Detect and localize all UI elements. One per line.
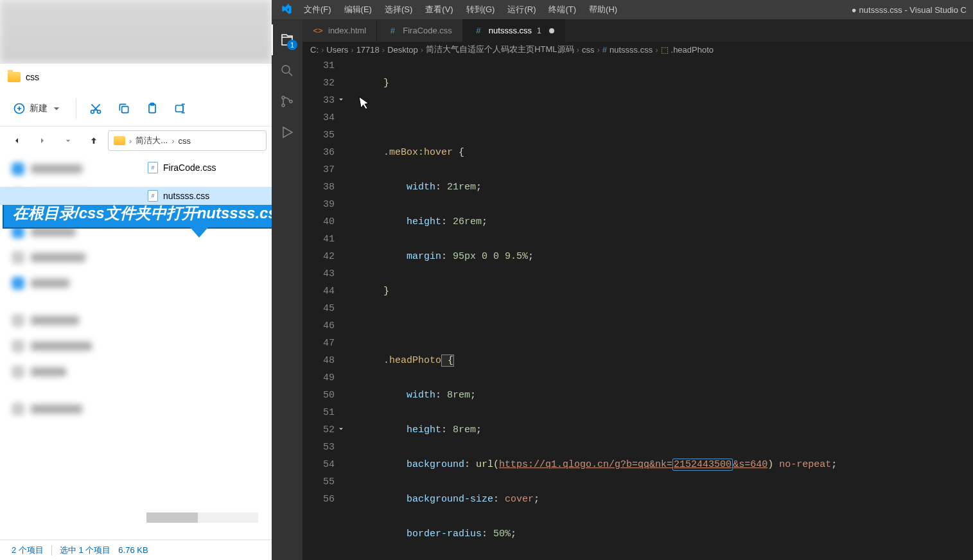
activity-scm[interactable] [272,86,302,117]
tab-nutssss-css[interactable]: # nutssss.css 1 [463,19,565,42]
explorer-titlebar: css [0,64,272,91]
css-file-icon [148,162,158,173]
explorer-nav: › 简洁大... › css [0,127,272,155]
file-name: nutssss.css [163,191,209,201]
tab-index-html[interactable]: <> index.html [302,19,377,42]
new-button-label: 新建 [30,103,48,114]
activity-bar: 1 [272,19,302,560]
back-button[interactable] [5,129,28,152]
svg-point-2 [98,110,101,113]
explorer-title: css [26,72,39,82]
tab-badge: 1 [537,26,541,35]
forward-button[interactable] [31,129,54,152]
modified-dot-icon [549,28,554,33]
vscode-window: 文件(F) 编辑(E) 选择(S) 查看(V) 转到(G) 运行(R) 终端(T… [272,0,973,560]
breadcrumb-item[interactable]: css [179,136,191,146]
tab-label: index.html [328,26,366,35]
menu-run[interactable]: 运行(R) [501,0,542,19]
menu-file[interactable]: 文件(F) [297,0,338,19]
paste-button[interactable] [138,98,166,119]
css-file-icon: # [602,45,607,55]
svg-rect-3 [122,106,128,112]
menu-goto[interactable]: 转到(G) [460,0,502,19]
selection-count: 选中 1 个项目 [60,545,110,556]
address-bar[interactable]: › 简洁大... › css [108,130,267,151]
menu-help[interactable]: 帮助(H) [583,0,624,19]
file-name: FiraCode.css [163,162,216,173]
selection-size: 6.76 KB [118,545,148,555]
svg-point-8 [282,96,285,99]
svg-point-9 [282,104,285,107]
up-button[interactable] [82,129,105,152]
editor-area: <> index.html # FiraCode.css # nutssss.c… [302,19,973,560]
activity-search[interactable] [272,55,302,86]
rename-button[interactable] [166,98,195,119]
recent-dropdown[interactable] [57,129,80,152]
vscode-logo-icon [281,4,292,15]
copy-button[interactable] [110,98,138,119]
css-file-icon [148,190,158,202]
breadcrumb-item[interactable]: .headPhoto [671,45,714,55]
activity-explorer[interactable]: 1 [272,24,302,55]
badge: 1 [287,40,297,50]
breadcrumb-item[interactable]: C: [310,45,319,55]
status-bar: 2 个项目 选中 1 个项目 6.76 KB [0,539,272,560]
explorer-toolbar: 新建 [0,91,272,127]
editor-tabs: <> index.html # FiraCode.css # nutssss.c… [302,19,973,42]
new-button[interactable]: 新建 [5,98,71,119]
breadcrumb-item[interactable]: 17718 [356,45,380,55]
breadcrumb-item[interactable]: 简洁大... [136,135,168,146]
breadcrumb-item[interactable]: Desktop [387,45,418,55]
cut-button[interactable] [82,98,110,119]
code-editor[interactable]: 31 32 33 34 35 36 37 38 39 40 41 42 43 4… [302,57,973,560]
chevron-icon: › [129,136,132,146]
separator [51,545,52,556]
svg-rect-6 [176,105,184,112]
horizontal-scrollbar[interactable] [146,512,258,523]
file-list: FiraCode.css nutssss.css [0,155,272,209]
menu-view[interactable]: 查看(V) [419,0,459,19]
menu-terminal[interactable]: 终端(T) [542,0,583,19]
css-selector-icon: ⬚ [661,45,669,55]
tab-firacode-css[interactable]: # FiraCode.css [377,19,463,42]
tab-label: FiraCode.css [403,26,452,35]
tab-label: nutssss.css [489,26,532,35]
code-content[interactable]: } .meBox:hover { width: 21rem; height: 2… [347,57,973,560]
html-file-icon: <> [313,26,323,36]
file-row[interactable]: FiraCode.css [0,159,272,177]
file-explorer-window: css 新建 › 简洁大... › css [0,63,272,560]
menu-edit[interactable]: 编辑(E) [338,0,378,19]
breadcrumb-item[interactable]: 简洁大气自适应个人码农主页HTML源码 [426,44,574,55]
svg-point-1 [91,110,94,113]
css-file-icon: # [473,26,484,36]
separator [76,98,76,119]
menu-select[interactable]: 选择(S) [378,0,419,19]
activity-debug[interactable] [272,117,302,148]
window-title: ●nutssss.css - Visual Studio C [624,5,973,15]
qq-number-highlight: 2152443500 [672,459,733,471]
breadcrumb-item[interactable]: css [582,45,595,55]
item-count: 2 个项目 [12,545,44,556]
titlebar: 文件(F) 编辑(E) 选择(S) 查看(V) 转到(G) 运行(R) 终端(T… [272,0,973,19]
breadcrumb-item[interactable]: Users [326,45,348,55]
folder-icon [8,72,21,82]
css-file-icon: # [387,26,398,36]
breadcrumbs[interactable]: C:› Users› 17718› Desktop› 简洁大气自适应个人码农主页… [302,42,973,57]
chevron-icon: › [171,136,174,146]
file-row[interactable]: nutssss.css [0,187,272,205]
folder-icon [114,136,125,145]
svg-point-7 [282,66,290,73]
breadcrumb-item[interactable]: nutssss.css [609,45,653,55]
line-numbers: 31 32 33 34 35 36 37 38 39 40 41 42 43 4… [302,57,347,560]
